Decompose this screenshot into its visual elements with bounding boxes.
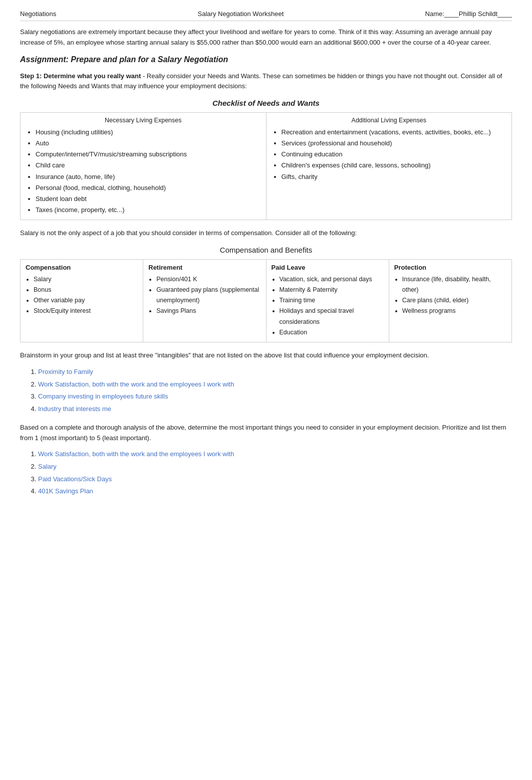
list-item: Holidays and special travel consideratio…	[280, 306, 384, 327]
checklist-table: Necessary Living Expenses Housing (inclu…	[20, 112, 512, 220]
comp-col2-list: Pension/401 K Guaranteed pay plans (supp…	[148, 274, 260, 317]
intro-paragraph: Salary negotiations are extremely import…	[20, 27, 512, 48]
assignment-title: Assignment: Prepare and plan for a Salar…	[20, 55, 512, 64]
list-item: Savings Plans	[156, 306, 260, 316]
list-item: Recreation and entertainment (vacations,…	[282, 127, 506, 138]
list-item: Child care	[36, 160, 260, 171]
intangible-item-1: Proximity to Family	[38, 366, 512, 378]
list-item: Bonus	[34, 285, 138, 295]
checklist-col2-list: Recreation and entertainment (vacations,…	[273, 127, 506, 182]
comp-col1: Compensation Salary Bonus Other variable…	[21, 259, 143, 342]
priority-link-3[interactable]: Paid Vacations/Sick Days	[38, 475, 112, 483]
checklist-title: Checklist of Needs and Wants	[20, 99, 512, 107]
list-item: Personal (food, medical, clothing, house…	[36, 182, 260, 193]
priorities-list: Work Satisfaction, both with the work an…	[20, 448, 512, 498]
comp-col3-header: Paid Leave	[272, 264, 384, 271]
intangible-link-4[interactable]: Industry that interests me	[38, 405, 111, 413]
priority-item-2: Salary	[38, 461, 512, 473]
intangible-item-3: Company investing in employees future sk…	[38, 391, 512, 403]
header-center: Salary Negotiation Worksheet	[198, 10, 284, 18]
priority-item-4: 401K Savings Plan	[38, 485, 512, 498]
comp-col1-header: Compensation	[26, 264, 138, 271]
intangible-link-3[interactable]: Company investing in employees future sk…	[38, 393, 168, 400]
comp-col3: Paid Leave Vacation, sick, and personal …	[266, 259, 389, 342]
page-header: Negotiations Salary Negotiation Workshee…	[20, 10, 512, 21]
comp-col3-list: Vacation, sick, and personal days Matern…	[272, 274, 384, 338]
checklist-col2: Additional Living Expenses Recreation an…	[266, 113, 512, 220]
list-item: Student loan debt	[36, 193, 260, 205]
list-item: Housing (including utilities)	[36, 127, 260, 138]
list-item: Maternity & Paternity	[280, 285, 384, 295]
list-item: Continuing education	[282, 149, 506, 160]
comp-col4-list: Insurance (life, disability, health, oth…	[394, 274, 506, 317]
comp-benefits-title: Compensation and Benefits	[20, 246, 512, 254]
step1-paragraph: Step 1: Determine what you really want -…	[20, 71, 512, 92]
header-right: Name:____Phillip Schildt____	[425, 10, 512, 18]
intangible-item-4: Industry that interests me	[38, 403, 512, 416]
comp-col1-list: Salary Bonus Other variable pay Stock/Eq…	[26, 274, 138, 317]
intangibles-list: Proximity to Family Work Satisfaction, b…	[20, 366, 512, 416]
header-name-value: Phillip Schildt	[459, 10, 497, 18]
priority-item-1: Work Satisfaction, both with the work an…	[38, 448, 512, 461]
salary-not-only-text: Salary is not the only aspect of a job t…	[20, 228, 512, 239]
comp-col2: Retirement Pension/401 K Guaranteed pay …	[143, 259, 266, 342]
list-item: Other variable pay	[34, 295, 138, 306]
comp-col4-header: Protection	[394, 264, 506, 271]
list-item: Care plans (child, elder)	[402, 295, 506, 306]
intangible-link-1[interactable]: Proximity to Family	[38, 368, 93, 375]
list-item: Services (professional and household)	[282, 138, 506, 149]
list-item: Wellness programs	[402, 306, 506, 316]
list-item: Education	[280, 327, 384, 338]
checklist-col1-header: Necessary Living Expenses	[27, 117, 260, 124]
brainstorm-text: Brainstorm in your group and list at lea…	[20, 350, 512, 361]
list-item: Insurance (life, disability, health, oth…	[402, 274, 506, 296]
list-item: Stock/Equity interest	[34, 306, 138, 316]
list-item: Computer/internet/TV/music/streaming sub…	[36, 149, 260, 160]
priority-link-2[interactable]: Salary	[38, 463, 57, 470]
header-name-blank2: ____	[497, 10, 512, 18]
intangible-item-2: Work Satisfaction, both with the work an…	[38, 378, 512, 391]
list-item: Gifts, charity	[282, 171, 506, 182]
checklist-col2-header: Additional Living Expenses	[273, 117, 506, 124]
checklist-col1-list: Housing (including utilities) Auto Compu…	[27, 127, 260, 216]
list-item: Taxes (income, property, etc...)	[36, 205, 260, 216]
list-item: Auto	[36, 138, 260, 149]
priority-item-3: Paid Vacations/Sick Days	[38, 473, 512, 486]
comp-col2-header: Retirement	[148, 264, 260, 271]
header-name-label: Name:	[425, 10, 444, 18]
list-item: Children's expenses (child care, lessons…	[282, 160, 506, 171]
list-item: Salary	[34, 274, 138, 285]
checklist-col1: Necessary Living Expenses Housing (inclu…	[21, 113, 267, 220]
header-name-blank1: ____	[444, 10, 459, 18]
comp-benefits-table: Compensation Salary Bonus Other variable…	[20, 259, 512, 343]
intangible-link-2[interactable]: Work Satisfaction, both with the work an…	[38, 380, 234, 388]
step1-bold: Step 1: Determine what you really want	[20, 72, 141, 80]
header-left: Negotiations	[20, 10, 56, 18]
list-item: Vacation, sick, and personal days	[280, 274, 384, 285]
priority-link-1[interactable]: Work Satisfaction, both with the work an…	[38, 450, 234, 458]
priority-link-4[interactable]: 401K Savings Plan	[38, 487, 93, 495]
comp-col4: Protection Insurance (life, disability, …	[389, 259, 511, 342]
list-item: Insurance (auto, home, life)	[36, 171, 260, 182]
list-item: Guaranteed pay plans (supplemental unemp…	[156, 285, 260, 306]
list-item: Pension/401 K	[156, 274, 260, 285]
prioritize-text: Based on a complete and thorough analysi…	[20, 423, 512, 444]
list-item: Training time	[280, 295, 384, 306]
